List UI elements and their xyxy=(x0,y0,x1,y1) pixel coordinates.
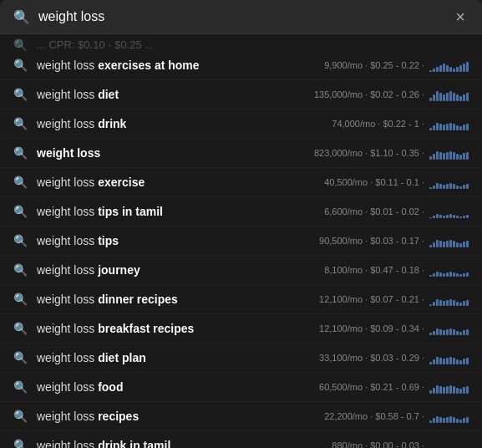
bar-segment xyxy=(439,152,442,160)
suggestion-stats: 12,100/mo · $0.09 - 0.34 · xyxy=(319,323,424,333)
suggestion-item[interactable]: 🔍weight loss breakfast recipes12,100/mo … xyxy=(0,314,482,344)
bar-segment xyxy=(446,152,449,160)
suggestion-text: weight loss drink in tamil xyxy=(37,439,322,448)
search-suggestion-icon: 🔍 xyxy=(13,59,27,72)
bar-segment xyxy=(429,187,432,189)
bar-chart xyxy=(429,146,469,160)
search-suggestion-icon: 🔍 xyxy=(13,205,27,218)
suggestion-text: weight loss exercise xyxy=(37,176,314,189)
bar-segment xyxy=(463,185,465,189)
bar-segment xyxy=(449,385,452,394)
bar-chart xyxy=(429,176,469,189)
suggestion-item[interactable]: 🔍weight loss journey8,100/mo · $0.47 - 0… xyxy=(0,256,482,285)
bar-segment xyxy=(446,358,449,364)
bar-segment xyxy=(453,69,455,72)
suggestion-bold: weight loss xyxy=(37,146,100,160)
bar-segment xyxy=(466,329,469,335)
search-suggestion-icon: 🔍 xyxy=(13,146,27,160)
bar-segment xyxy=(439,386,442,394)
autocomplete-dropdown: 🔍 × 🔍 ... CPR: $0.10 - $0.25 ... 🔍weight… xyxy=(0,0,482,448)
bar-segment xyxy=(436,123,439,130)
search-bar: 🔍 × xyxy=(0,0,482,34)
suggestion-bold: drink xyxy=(98,117,126,130)
bar-segment xyxy=(436,91,439,101)
bar-segment xyxy=(453,152,455,160)
bar-segment xyxy=(439,329,442,335)
bar-segment xyxy=(456,94,459,101)
suggestion-text: weight loss recipes xyxy=(37,410,314,423)
partial-search-icon: 🔍 xyxy=(13,38,27,52)
bar-segment xyxy=(466,241,469,247)
bar-segment xyxy=(433,125,435,130)
bar-segment xyxy=(436,416,439,423)
suggestion-item[interactable]: 🔍weight loss diet plan33,100/mo · $0.03 … xyxy=(0,344,482,373)
bar-segment xyxy=(429,304,432,306)
bar-segment xyxy=(449,416,452,423)
bar-segment xyxy=(443,185,445,189)
suggestion-meta: 40,500/mo · $0.11 - 0.1 · xyxy=(324,176,469,189)
bar-segment xyxy=(443,94,445,101)
bar-segment xyxy=(433,418,435,423)
bar-segment xyxy=(463,242,465,247)
suggestion-item[interactable]: 🔍weight loss recipes22,200/mo · $0.58 - … xyxy=(0,402,482,431)
suggestion-bold: breakfast recipes xyxy=(98,322,194,335)
search-input[interactable] xyxy=(38,9,444,24)
bar-segment xyxy=(433,242,435,247)
suggestion-stats: 823,000/mo · $1.10 - 0.35 · xyxy=(314,148,424,158)
bar-segment xyxy=(429,156,432,160)
bar-segment xyxy=(463,153,465,160)
suggestion-text: weight loss tips xyxy=(37,234,309,247)
suggestion-item[interactable]: 🔍weight loss food60,500/mo · $0.21 - 0.6… xyxy=(0,373,482,402)
clear-button[interactable]: × xyxy=(452,8,469,25)
bar-segment xyxy=(439,241,442,247)
bar-segment xyxy=(439,184,442,189)
suggestion-text: weight loss food xyxy=(37,380,309,394)
bar-segment xyxy=(446,65,449,72)
bar-chart xyxy=(429,410,469,423)
bar-segment xyxy=(443,153,445,160)
bar-segment xyxy=(446,215,449,218)
suggestion-item[interactable]: 🔍weight loss drink74,000/mo · $0.22 - 1 … xyxy=(0,109,482,139)
search-suggestion-icon: 🔍 xyxy=(13,410,27,423)
bar-segment xyxy=(443,418,445,423)
bar-segment xyxy=(433,216,435,218)
suggestion-bold: diet plan xyxy=(98,351,146,364)
suggestion-item[interactable]: 🔍weight loss dinner recipes12,100/mo · $… xyxy=(0,285,482,314)
suggestion-item[interactable]: 🔍weight loss drink in tamil880/mo · $0.0… xyxy=(0,431,482,448)
bar-segment xyxy=(466,152,469,160)
suggestion-item[interactable]: 🔍weight loss exercises at home9,900/mo ·… xyxy=(0,51,482,80)
bar-segment xyxy=(429,275,432,277)
suggestion-text: weight loss diet xyxy=(37,88,304,101)
suggestion-item[interactable]: 🔍weight loss tips90,500/mo · $0.03 - 0.1… xyxy=(0,227,482,256)
suggestion-item[interactable]: 🔍weight loss exercise40,500/mo · $0.11 -… xyxy=(0,168,482,197)
bar-segment xyxy=(433,302,435,306)
bar-chart xyxy=(429,351,469,364)
bar-segment xyxy=(456,216,459,218)
search-icon: 🔍 xyxy=(13,9,30,25)
bar-segment xyxy=(449,151,452,160)
suggestion-item[interactable]: 🔍weight loss tips in tamil6,600/mo · $0.… xyxy=(0,197,482,227)
bar-segment xyxy=(433,331,435,335)
bar-segment xyxy=(446,417,449,423)
bar-segment xyxy=(463,387,465,394)
bar-segment xyxy=(453,215,455,218)
bar-segment xyxy=(449,123,452,130)
search-suggestion-icon: 🔍 xyxy=(13,117,27,130)
search-suggestion-icon: 🔍 xyxy=(13,322,27,335)
bar-segment xyxy=(443,216,445,218)
bar-chart xyxy=(429,293,469,306)
search-suggestion-icon: 🔍 xyxy=(13,439,27,448)
suggestion-item[interactable]: 🔍weight loss diet135,000/mo · $0.02 - 0.… xyxy=(0,80,482,109)
bar-segment xyxy=(459,96,462,101)
bar-segment xyxy=(453,386,455,394)
bar-segment xyxy=(456,388,459,394)
bar-segment xyxy=(466,358,469,364)
suggestion-bold: recipes xyxy=(98,410,139,423)
bar-segment xyxy=(463,359,465,364)
bar-segment xyxy=(443,359,445,364)
bar-segment xyxy=(443,242,445,247)
suggestion-item[interactable]: 🔍weight loss823,000/mo · $1.10 - 0.35 · xyxy=(0,139,482,168)
bar-segment xyxy=(439,93,442,101)
bar-segment xyxy=(453,358,455,364)
bar-segment xyxy=(429,217,432,218)
